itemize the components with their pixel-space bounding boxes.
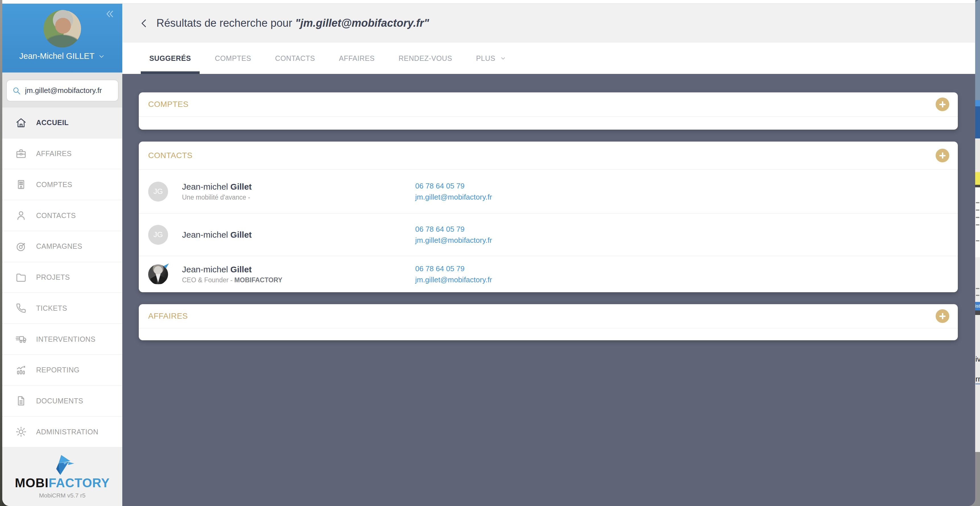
contacts-card-header: CONTACTS	[139, 141, 958, 170]
sidebar-item-label: INTERVENTIONS	[36, 335, 95, 343]
window-top-strip	[2, 0, 975, 4]
contact-first-name: Jean-michel	[182, 265, 231, 274]
tab-suggeres[interactable]: SUGGERÉS	[141, 43, 200, 74]
comptes-empty-body	[139, 117, 958, 130]
comptes-card: COMPTES	[139, 92, 958, 130]
sidebar-item-reporting[interactable]: REPORTING	[2, 355, 122, 386]
contact-row[interactable]: JG Jean-michel Gillet Une mobilité d'ava…	[139, 170, 958, 213]
mobifactory-bird-logo	[45, 455, 80, 478]
avatar-photo-detail	[159, 275, 166, 284]
bg-text-line	[976, 295, 980, 296]
person-icon	[15, 209, 27, 221]
sidebar-item-administration[interactable]: ADMINISTRATION	[2, 416, 122, 447]
tab-affaires[interactable]: AFFAIRES	[331, 43, 383, 74]
tab-rendez-vous[interactable]: RENDEZ-VOUS	[390, 43, 461, 74]
contact-subtitle: Une mobilité d'avance -	[182, 194, 415, 201]
double-chevron-left-icon	[104, 8, 115, 20]
sidebar-item-label: ADMINISTRATION	[36, 428, 99, 436]
contact-phone-link[interactable]: 06 78 64 05 79	[415, 225, 492, 234]
bg-window-band	[975, 311, 980, 315]
tab-label: CONTACTS	[275, 54, 315, 63]
tab-label: RENDEZ-VOUS	[398, 54, 452, 63]
sidebar-item-comptes[interactable]: COMPTES	[2, 169, 122, 200]
search-icon	[12, 86, 21, 95]
gear-icon	[15, 426, 27, 438]
tab-label: AFFAIRES	[339, 54, 375, 63]
avatar-initials: JG	[148, 182, 168, 201]
avatar-initials: JG	[148, 225, 168, 245]
tab-label: COMPTES	[215, 54, 251, 63]
contact-email-link[interactable]: jm.gillet@mobifactory.fr	[415, 236, 492, 245]
bg-link-fragment: rn	[975, 375, 980, 384]
sidebar-item-label: REPORTING	[36, 366, 80, 374]
back-button[interactable]	[139, 18, 150, 29]
user-menu[interactable]: Jean-Michel GILLET	[2, 51, 122, 61]
user-avatar[interactable]	[43, 10, 81, 48]
contact-name: Jean-michel Gillet	[182, 182, 415, 192]
bg-window-band	[975, 187, 980, 257]
sidebar-item-interventions[interactable]: INTERVENTIONS	[2, 324, 122, 355]
sidebar-item-projets[interactable]: PROJETS	[2, 262, 122, 293]
contact-row[interactable]: JG Jean-michel Gillet 06 78 64 05 79 jm.…	[139, 213, 958, 256]
phone-icon	[15, 302, 27, 314]
tab-label: SUGGERÉS	[149, 54, 191, 63]
bg-window-band	[975, 0, 980, 100]
document-icon	[15, 395, 27, 407]
tab-plus[interactable]: PLUS	[468, 43, 515, 74]
user-name: Jean-Michel GILLET	[19, 51, 94, 61]
contact-phone-link[interactable]: 06 78 64 05 79	[415, 182, 492, 190]
sidebar-item-label: DOCUMENTS	[36, 397, 83, 405]
chart-icon	[15, 364, 27, 376]
sidebar-collapse-button[interactable]	[104, 8, 115, 20]
page-header: Résultats de recherche pour "jm.gillet@m…	[122, 4, 975, 43]
bg-button-fragment: istr	[975, 302, 980, 311]
sidebar: Jean-Michel GILLET ACCUEIL AFFAIRES	[2, 4, 122, 506]
sidebar-item-documents[interactable]: DOCUMENTS	[2, 386, 122, 417]
contact-email-link[interactable]: jm.gillet@mobifactory.fr	[415, 193, 492, 201]
building-icon	[15, 179, 27, 190]
screen: istr iv rn Jean-Michel GILLET	[0, 0, 980, 506]
affaires-empty-body	[139, 328, 958, 340]
sidebar-item-accueil[interactable]: ACCUEIL	[2, 108, 122, 138]
home-icon	[15, 117, 27, 129]
sidebar-item-campagnes[interactable]: CAMPAGNES	[2, 231, 122, 262]
sidebar-item-tickets[interactable]: TICKETS	[2, 293, 122, 324]
page-title-query: "jm.gillet@mobifactory.fr"	[295, 17, 429, 29]
tab-label: PLUS	[476, 54, 495, 63]
affaires-card: AFFAIRES	[139, 304, 958, 340]
bg-text-line	[976, 209, 980, 211]
contact-last-name: Gillet	[231, 265, 252, 274]
comptes-card-title: COMPTES	[148, 100, 189, 109]
bird-badge-icon	[163, 263, 169, 268]
search-input[interactable]	[25, 86, 113, 95]
sidebar-item-label: CAMPAGNES	[36, 242, 82, 251]
bg-text-line	[976, 202, 980, 203]
contact-email-link[interactable]: jm.gillet@mobifactory.fr	[415, 276, 492, 284]
add-compte-button[interactable]	[935, 97, 949, 111]
chevron-left-icon	[139, 18, 150, 29]
sidebar-item-label: ACCUEIL	[36, 119, 69, 127]
contact-row[interactable]: Jean-michel Gillet CEO & Founder - MOBIF…	[139, 256, 958, 292]
app-window: Jean-Michel GILLET ACCUEIL AFFAIRES	[2, 0, 975, 506]
affaires-card-title: AFFAIRES	[148, 312, 188, 320]
truck-icon	[15, 333, 27, 345]
contacts-card: CONTACTS JG Jean-michel Gillet Une mobil…	[139, 141, 958, 292]
folder-icon	[15, 271, 27, 284]
contact-identity: Jean-michel Gillet	[182, 230, 415, 240]
add-contact-button[interactable]	[935, 149, 949, 162]
sidebar-item-contacts[interactable]: CONTACTS	[2, 200, 122, 231]
contact-reach: 06 78 64 05 79 jm.gillet@mobifactory.fr	[415, 264, 492, 284]
tab-contacts[interactable]: CONTACTS	[266, 43, 323, 74]
background-window[interactable]: istr iv rn	[975, 0, 980, 506]
contact-phone-link[interactable]: 06 78 64 05 79	[415, 264, 492, 273]
add-affaire-button[interactable]	[935, 309, 949, 323]
search-box	[6, 79, 119, 102]
bg-window-band	[975, 138, 980, 172]
bg-text-line	[976, 240, 980, 241]
contact-subtitle: CEO & Founder - MOBIFACTORY	[182, 276, 415, 284]
contact-company: MOBIFACTORY	[234, 276, 282, 284]
contact-first-name: Jean-michel	[182, 182, 231, 191]
bg-window-band	[975, 257, 980, 302]
tab-comptes[interactable]: COMPTES	[207, 43, 260, 74]
sidebar-item-affaires[interactable]: AFFAIRES	[2, 138, 122, 170]
